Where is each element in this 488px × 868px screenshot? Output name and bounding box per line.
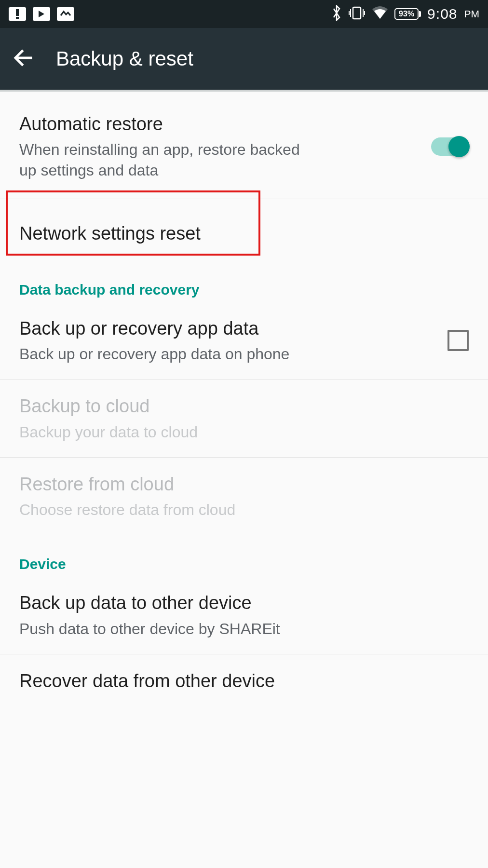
row-title: Back up or recovery app data [19,316,433,341]
row-backup-recovery-app-data[interactable]: Back up or recovery app data Back up or … [0,302,488,380]
row-backup-to-cloud: Backup to cloud Backup your data to clou… [0,380,488,457]
row-subtitle: Push data to other device by SHAREit [19,619,469,639]
clock-meridiem: PM [464,8,480,20]
vibrate-icon [348,5,366,23]
row-title: Back up data to other device [19,591,469,615]
toggle-automatic-restore[interactable] [431,137,469,156]
row-title: Restore from cloud [19,472,469,497]
svg-rect-3 [353,7,361,19]
back-icon[interactable] [13,47,35,71]
status-bar: 93% 9:08 PM [0,0,488,28]
battery-icon: 93% [394,8,419,20]
row-network-settings-reset[interactable]: Network settings reset [0,199,488,268]
section-header-data-backup: Data backup and recovery [0,268,488,302]
svg-rect-1 [16,17,19,19]
row-subtitle: Choose restore data from cloud [19,500,469,520]
checkbox-backup-app-data[interactable] [447,330,469,351]
row-automatic-restore[interactable]: Automatic restore When reinstalling an a… [0,92,488,199]
row-title: Backup to cloud [19,394,469,419]
photo-icon [57,7,74,21]
row-subtitle: Back up or recovery app data on phone [19,344,433,365]
row-recover-other-device[interactable]: Recover data from other device [0,654,488,697]
notification-icon [9,7,26,21]
row-title: Automatic restore [19,112,417,136]
section-header-device: Device [0,542,488,576]
page-title: Backup & reset [56,47,193,70]
svg-rect-0 [16,9,19,16]
row-backup-other-device[interactable]: Back up data to other device Push data t… [0,576,488,654]
row-restore-from-cloud: Restore from cloud Choose restore data f… [0,458,488,542]
row-title: Network settings reset [19,221,469,246]
row-subtitle: When reinstalling an app, restore backed… [19,139,313,181]
youtube-icon [33,7,50,21]
wifi-icon [371,6,389,22]
row-title: Recover data from other device [19,669,469,693]
app-bar: Backup & reset [0,28,488,92]
clock-time: 9:08 [427,6,457,22]
svg-marker-2 [39,11,44,17]
bluetooth-icon [331,5,342,23]
row-subtitle: Backup your data to cloud [19,422,469,443]
